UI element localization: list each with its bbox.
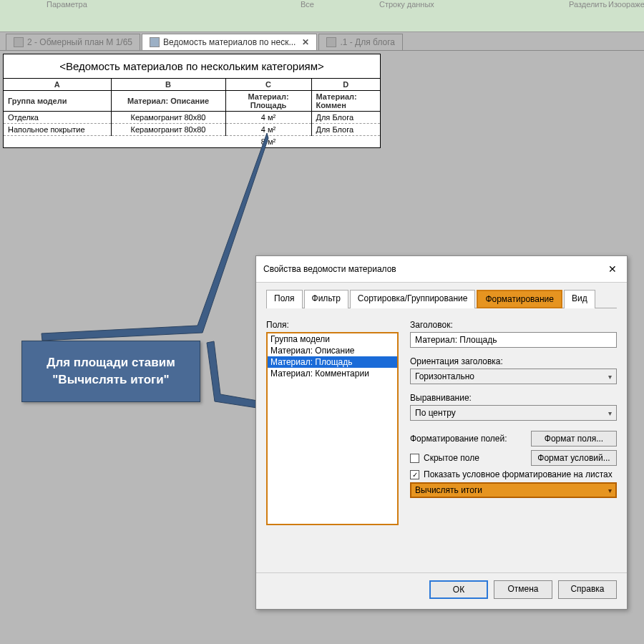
ribbon-label: Строку данных — [379, 0, 434, 9]
list-item[interactable]: Материал: Описание — [268, 345, 397, 356]
schedule-properties-dialog: Свойства ведомости материалов ✕ Поля Фил… — [255, 255, 628, 610]
tab-filter[interactable]: Фильтр — [304, 290, 348, 308]
doc-tab-label: Ведомость материалов по неск... — [163, 37, 296, 47]
ribbon-label: Все — [301, 0, 314, 9]
cell[interactable]: Напольное покрытие — [4, 124, 111, 136]
col-header[interactable]: Группа модели — [4, 91, 111, 112]
ribbon-label: Изооражен — [608, 0, 644, 9]
callout-box: Для площади ставим "Вычислять итоги" — [21, 341, 200, 402]
heading-label: Заголовок: — [410, 320, 617, 330]
col-letter[interactable]: B — [111, 79, 225, 91]
combo-value: Горизонтально — [415, 371, 474, 381]
callout-text: "Вычислять итоги" — [36, 371, 185, 389]
tab-formatting[interactable]: Форматирование — [477, 290, 562, 308]
cell[interactable]: Для Блога — [311, 124, 380, 136]
doc-tab[interactable]: 2 - Обмерный план М 1/65 — [6, 34, 140, 50]
dialog-titlebar[interactable]: Свойства ведомости материалов ✕ — [256, 256, 627, 283]
calculate-totals-combo[interactable]: Вычислять итоги ▾ — [410, 482, 617, 498]
tab-fields[interactable]: Поля — [266, 290, 303, 308]
ribbon-label: Параметра — [47, 0, 87, 9]
alignment-label: Выравнивание: — [410, 393, 617, 403]
format-field-button[interactable]: Формат поля... — [531, 431, 617, 447]
dialog-title: Свойства ведомости материалов — [263, 264, 396, 274]
close-icon[interactable]: ✕ — [302, 37, 309, 47]
workspace: <Ведомость материалов по нескольким кате… — [0, 51, 644, 644]
col-header[interactable]: Материал: Коммен — [311, 91, 380, 112]
cancel-button[interactable]: Отмена — [494, 580, 552, 599]
ribbon: Параметра Все Строку данных Разделить Из… — [0, 0, 644, 32]
show-conditional-checkbox[interactable]: ✓ — [410, 470, 419, 479]
ok-button[interactable]: ОК — [429, 580, 488, 599]
ribbon-label: Разделить — [569, 0, 607, 9]
list-item[interactable]: Группа модели — [268, 333, 397, 345]
heading-input[interactable] — [410, 332, 617, 348]
list-item-selected[interactable]: Материал: Площадь — [268, 356, 397, 368]
schedule-view: <Ведомость материалов по нескольким кате… — [3, 54, 381, 148]
chevron-down-icon: ▾ — [608, 487, 612, 494]
schedule-icon — [150, 37, 160, 47]
callout-text: Для площади ставим — [36, 354, 185, 371]
orientation-combo[interactable]: Горизонтально ▾ — [410, 369, 617, 384]
list-item[interactable]: Материал: Комментарии — [268, 368, 397, 379]
tab-appearance[interactable]: Вид — [564, 290, 595, 308]
col-letter[interactable]: D — [311, 79, 380, 91]
cell[interactable]: Керамогранит 80x80 — [111, 112, 225, 124]
svg-marker-0 — [42, 133, 268, 341]
cell[interactable]: Керамогранит 80x80 — [111, 124, 225, 136]
orientation-label: Ориентация заголовка: — [410, 356, 617, 366]
doc-tab-label: .1 - Для блога — [340, 37, 395, 47]
fields-listbox[interactable]: Группа модели Материал: Описание Материа… — [266, 332, 399, 525]
col-letter[interactable]: A — [4, 79, 111, 91]
schedule-title[interactable]: <Ведомость материалов по нескольким кате… — [4, 54, 380, 79]
document-tabs-bar: 2 - Обмерный план М 1/65 Ведомость матер… — [0, 32, 644, 51]
fields-label: Поля: — [266, 320, 399, 330]
cell[interactable]: 4 м² — [225, 112, 311, 124]
combo-value: Вычислять итоги — [415, 485, 482, 495]
col-header[interactable]: Материал: Описание — [111, 91, 225, 112]
show-conditional-label: Показать условное форматирование на лист… — [424, 469, 613, 479]
cell[interactable]: 4 м² — [225, 124, 311, 136]
format-fields-label: Форматирование полей: — [410, 434, 507, 444]
dialog-tabs: Поля Фильтр Сортировка/Группирование Фор… — [266, 290, 617, 308]
dialog-buttons: ОК Отмена Справка — [256, 572, 627, 609]
doc-tab[interactable]: .1 - Для блога — [318, 34, 403, 50]
combo-value: По центру — [415, 408, 456, 418]
sheet-icon — [14, 37, 24, 47]
doc-tab-label: 2 - Обмерный план М 1/65 — [27, 37, 132, 47]
doc-tab-active[interactable]: Ведомость материалов по неск... ✕ — [142, 34, 317, 50]
hidden-field-label: Скрытое поле — [424, 453, 479, 463]
total-cell[interactable]: 8 м² — [225, 136, 311, 148]
cell[interactable]: Для Блога — [311, 112, 380, 124]
chevron-down-icon: ▾ — [608, 409, 612, 417]
chevron-down-icon: ▾ — [608, 373, 612, 381]
sheet-icon — [326, 37, 336, 47]
help-button[interactable]: Справка — [558, 580, 617, 599]
hidden-field-checkbox[interactable] — [410, 454, 419, 463]
cell[interactable]: Отделка — [4, 112, 111, 124]
col-header[interactable]: Материал: Площадь — [225, 91, 311, 112]
format-conditions-button[interactable]: Формат условий... — [531, 450, 617, 466]
alignment-combo[interactable]: По центру ▾ — [410, 405, 617, 421]
col-letter[interactable]: C — [225, 79, 311, 91]
tab-sorting[interactable]: Сортировка/Группирование — [350, 290, 476, 308]
close-icon[interactable]: ✕ — [605, 262, 620, 276]
